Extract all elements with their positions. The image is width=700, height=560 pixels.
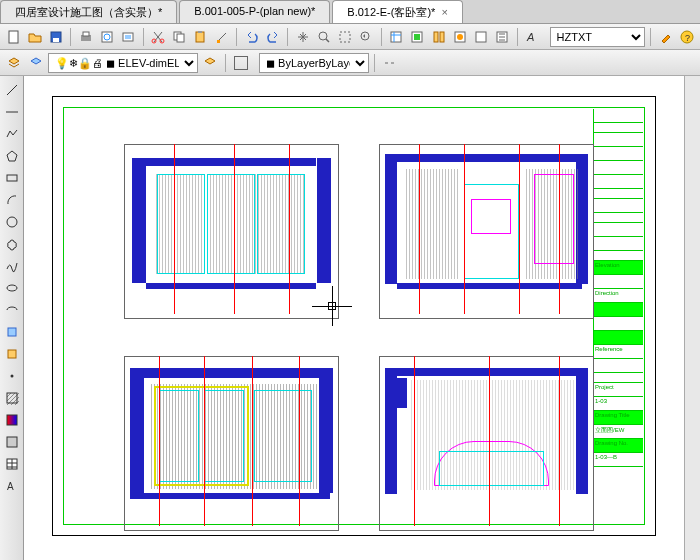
region-icon[interactable]: [2, 432, 22, 452]
svg-rect-37: [7, 415, 17, 425]
svg-point-32: [7, 285, 17, 291]
svg-rect-16: [340, 32, 350, 42]
layer-props-icon[interactable]: [4, 53, 24, 73]
open-icon[interactable]: [25, 27, 44, 47]
print-icon[interactable]: [76, 27, 95, 47]
copy-icon[interactable]: [170, 27, 189, 47]
svg-rect-33: [8, 328, 16, 336]
tb-field: 立面图/EW: [594, 425, 643, 439]
tb-field: Drawing No.: [594, 439, 643, 453]
main-area: A Elevation Direction Reference Pro: [0, 76, 700, 560]
elevation-view-tr: [379, 144, 594, 319]
tb-field: Project: [594, 383, 643, 397]
line-icon[interactable]: [2, 80, 22, 100]
match-icon[interactable]: [212, 27, 231, 47]
tab-doc-3[interactable]: B.012-E-(客卧室)*×: [332, 0, 462, 23]
table-icon[interactable]: [2, 454, 22, 474]
properties-icon[interactable]: [387, 27, 406, 47]
text-style-select[interactable]: HZTXT: [550, 27, 645, 47]
tab-label: 四居室设计施工图（含实景）*: [15, 6, 162, 18]
svg-rect-11: [177, 34, 184, 42]
xline-icon[interactable]: [2, 102, 22, 122]
svg-rect-13: [198, 31, 202, 33]
tab-doc-2[interactable]: B.001-005-P-(plan new)*: [179, 0, 330, 23]
draw-toolbar: A: [0, 76, 24, 560]
arc-icon[interactable]: [2, 190, 22, 210]
gradient-icon[interactable]: [2, 410, 22, 430]
layer-filter-icon[interactable]: [26, 53, 46, 73]
svg-rect-20: [414, 34, 420, 40]
document-tabs: 四居室设计施工图（含实景）* B.001-005-P-(plan new)* B…: [0, 0, 700, 24]
undo-icon[interactable]: [242, 27, 261, 47]
close-icon[interactable]: ×: [441, 6, 447, 18]
paste-icon[interactable]: [191, 27, 210, 47]
markup-icon[interactable]: [471, 27, 490, 47]
zoom-window-icon[interactable]: [336, 27, 355, 47]
zoom-prev-icon[interactable]: [357, 27, 376, 47]
qcalc-icon[interactable]: [492, 27, 511, 47]
elevation-view-br: [379, 356, 594, 531]
new-icon[interactable]: [4, 27, 23, 47]
ellipse-icon[interactable]: [2, 278, 22, 298]
tab-label: B.001-005-P-(plan new)*: [194, 5, 315, 17]
tab-label: B.012-E-(客卧室)*: [347, 6, 435, 18]
svg-text:?: ?: [685, 33, 690, 43]
cut-icon[interactable]: [149, 27, 168, 47]
block-icon[interactable]: [2, 344, 22, 364]
hatch-icon[interactable]: [2, 388, 22, 408]
point-icon[interactable]: [2, 366, 22, 386]
elevation-view-bl: [124, 356, 339, 531]
svg-rect-12: [196, 32, 204, 42]
rect-icon[interactable]: [2, 168, 22, 188]
insert-icon[interactable]: [2, 322, 22, 342]
mtext-icon[interactable]: A: [2, 476, 22, 496]
drawing-frame: Elevation Direction Reference Project 1-…: [63, 107, 645, 525]
svg-rect-25: [476, 32, 486, 42]
revcloud-icon[interactable]: [2, 234, 22, 254]
tab-doc-1[interactable]: 四居室设计施工图（含实景）*: [0, 0, 177, 23]
design-center-icon[interactable]: [408, 27, 427, 47]
preview-icon[interactable]: [97, 27, 116, 47]
drawing-canvas[interactable]: Elevation Direction Reference Project 1-…: [24, 76, 684, 560]
layer-prev-icon[interactable]: [200, 53, 220, 73]
help-icon[interactable]: ?: [677, 27, 696, 47]
svg-rect-22: [440, 32, 444, 42]
circle-icon[interactable]: [2, 212, 22, 232]
svg-rect-30: [7, 175, 17, 181]
sheet-set-icon[interactable]: [450, 27, 469, 47]
svg-rect-7: [123, 33, 133, 41]
polygon-icon[interactable]: [2, 146, 22, 166]
svg-rect-36: [7, 393, 17, 403]
brush-icon[interactable]: [656, 27, 675, 47]
tb-field: Elevation: [594, 261, 643, 275]
tb-field: 1-03: [594, 397, 643, 411]
svg-text:A: A: [7, 481, 14, 492]
standard-toolbar: A HZTXT ?: [0, 24, 700, 50]
zoom-icon[interactable]: [314, 27, 333, 47]
elevation-view-tl: [124, 144, 339, 319]
ellipse-arc-icon[interactable]: [2, 300, 22, 320]
save-icon[interactable]: [46, 27, 65, 47]
text-style-icon[interactable]: A: [522, 27, 541, 47]
color-swatch: [234, 56, 248, 70]
vertical-scrollbar[interactable]: [684, 76, 700, 560]
svg-rect-0: [9, 31, 18, 43]
tool-palette-icon[interactable]: [429, 27, 448, 47]
title-block: Elevation Direction Reference Project 1-…: [593, 109, 643, 523]
layer-select[interactable]: 💡❄🔒🖨 ◼ ELEV-dimELEV-dim: [48, 53, 198, 73]
svg-point-24: [457, 34, 463, 40]
pan-icon[interactable]: [293, 27, 312, 47]
redo-icon[interactable]: [263, 27, 282, 47]
publish-icon[interactable]: [119, 27, 138, 47]
svg-point-35: [10, 375, 13, 378]
svg-rect-4: [83, 32, 89, 36]
spline-icon[interactable]: [2, 256, 22, 276]
pline-icon[interactable]: [2, 124, 22, 144]
tb-field: Direction: [594, 289, 643, 303]
color-control-icon[interactable]: [231, 53, 251, 73]
linetype-icon[interactable]: [380, 53, 400, 73]
color-select[interactable]: ◼ ByLayerByLayer: [259, 53, 369, 73]
svg-rect-2: [53, 38, 59, 42]
svg-rect-34: [8, 350, 16, 358]
svg-point-15: [319, 32, 327, 40]
